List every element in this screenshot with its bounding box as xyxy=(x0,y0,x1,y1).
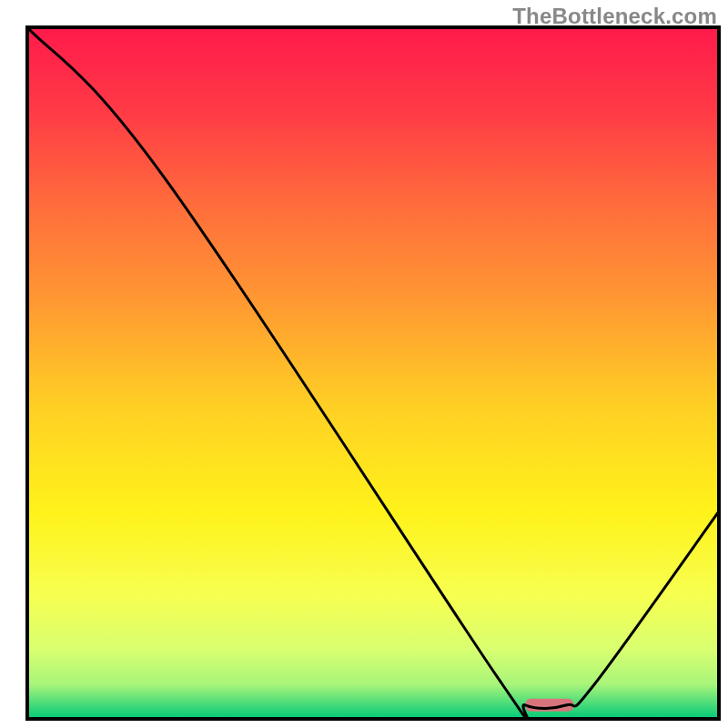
chart-container: TheBottleneck.com xyxy=(0,0,728,728)
chart-svg xyxy=(0,0,728,728)
chart-background xyxy=(27,27,719,719)
